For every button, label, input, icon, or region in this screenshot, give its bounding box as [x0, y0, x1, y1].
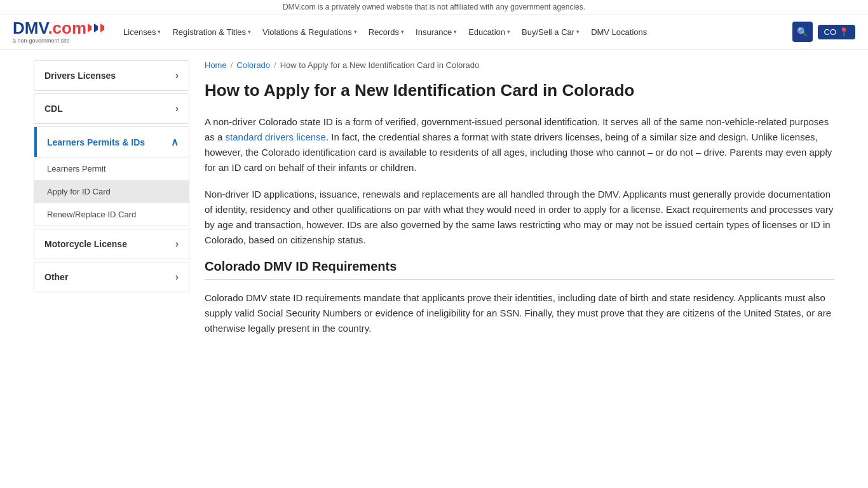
- nav-item-licenses[interactable]: Licenses ▾: [118, 24, 166, 41]
- article-title: How to Apply for a New Identification Ca…: [205, 80, 834, 102]
- chevron-down-icon: ▾: [401, 29, 404, 35]
- breadcrumb-separator: /: [231, 60, 233, 70]
- breadcrumb-colorado[interactable]: Colorado: [236, 60, 270, 70]
- article-paragraph-1: A non-driver Colorado state ID is a form…: [205, 114, 834, 175]
- chevron-right-icon: ›: [175, 271, 179, 283]
- sidebar-section-cdl: CDL ›: [34, 93, 189, 124]
- sidebar-section-label-drivers-licenses: Drivers Licenses: [44, 71, 116, 81]
- logo-chevron-blue: [94, 24, 99, 32]
- chevron-down-icon: ▾: [454, 29, 457, 35]
- article-section-paragraph: Colorado DMV state ID requirements manda…: [205, 290, 834, 336]
- article: How to Apply for a New Identification Ca…: [205, 80, 834, 336]
- breadcrumb-home[interactable]: Home: [205, 60, 227, 70]
- site-header: DMV.com a non-government site Licenses ▾…: [0, 15, 868, 50]
- header-actions: 🔍 CO 📍: [792, 22, 856, 42]
- logo-subtitle: a non-government site: [13, 37, 70, 44]
- article-paragraph-2: Non-driver ID applications, issuance, re…: [205, 187, 834, 248]
- sidebar-section-header-learners[interactable]: Learners Permits & IDs ∧: [34, 127, 189, 157]
- sidebar-section-header-motorcycle[interactable]: Motorcycle License ›: [34, 229, 189, 259]
- breadcrumb: Home / Colorado / How to Apply for a New…: [205, 60, 834, 70]
- sidebar-section-label-other: Other: [44, 272, 68, 282]
- chevron-down-icon: ▾: [507, 29, 510, 35]
- article-section-heading: Colorado DMV ID Requirements: [205, 259, 834, 280]
- chevron-down-icon: ▾: [248, 29, 251, 35]
- sidebar-item-learners-permit[interactable]: Learners Permit: [34, 158, 189, 180]
- sidebar-section-label-motorcycle: Motorcycle License: [44, 239, 127, 249]
- location-pin-icon: 📍: [839, 27, 849, 37]
- top-bar-text: DMV.com is a privately owned website tha…: [283, 3, 585, 11]
- breadcrumb-separator: /: [274, 60, 276, 70]
- main-nav: Licenses ▾ Registration & Titles ▾ Viola…: [118, 24, 792, 41]
- logo-text: DMV.com: [13, 20, 86, 36]
- sidebar-item-renew-id-card[interactable]: Renew/Replace ID Card: [34, 203, 189, 226]
- chevron-down-icon: ▾: [576, 29, 580, 35]
- sidebar-section-label-learners: Learners Permits & IDs: [47, 137, 145, 147]
- nav-item-insurance[interactable]: Insurance ▾: [410, 24, 462, 41]
- sidebar: Drivers Licenses › CDL › Learners Permit…: [34, 60, 189, 348]
- sidebar-section-header-other[interactable]: Other ›: [34, 262, 189, 292]
- sidebar-sub-items-learners: Learners Permit Apply for ID Card Renew/…: [34, 157, 189, 226]
- sidebar-section-learners: Learners Permits & IDs ∧ Learners Permit…: [34, 126, 189, 226]
- nav-item-registration[interactable]: Registration & Titles ▾: [167, 24, 256, 41]
- breadcrumb-current: How to Apply for a New Identification Ca…: [280, 60, 480, 70]
- sidebar-section-other: Other ›: [34, 262, 189, 292]
- search-icon: 🔍: [797, 27, 808, 37]
- nav-item-buysell[interactable]: Buy/Sell a Car ▾: [517, 24, 585, 41]
- article-body: A non-driver Colorado state ID is a form…: [205, 114, 834, 336]
- sidebar-section-drivers-licenses: Drivers Licenses ›: [34, 60, 189, 91]
- chevron-right-icon: ›: [175, 238, 179, 250]
- logo-chevron-red2: [100, 24, 105, 32]
- sidebar-section-label-cdl: CDL: [44, 104, 63, 114]
- nav-item-education[interactable]: Education ▾: [463, 24, 515, 41]
- nav-item-violations[interactable]: Violations & Regulations ▾: [257, 24, 362, 41]
- nav-item-locations[interactable]: DMV Locations: [586, 24, 652, 41]
- state-label: CO: [824, 27, 837, 37]
- page-layout: Drivers Licenses › CDL › Learners Permit…: [21, 50, 847, 358]
- search-button[interactable]: 🔍: [792, 22, 813, 42]
- logo-chevron-red: [88, 24, 93, 32]
- sidebar-section-header-drivers-licenses[interactable]: Drivers Licenses ›: [34, 61, 189, 90]
- sidebar-section-motorcycle: Motorcycle License ›: [34, 229, 189, 259]
- chevron-up-icon: ∧: [171, 136, 179, 148]
- chevron-down-icon: ▾: [158, 29, 161, 35]
- chevron-down-icon: ▾: [354, 29, 357, 35]
- logo[interactable]: DMV.com a non-government site: [13, 20, 105, 44]
- main-content: Home / Colorado / How to Apply for a New…: [205, 60, 834, 348]
- sidebar-item-apply-id-card[interactable]: Apply for ID Card: [34, 180, 189, 203]
- top-bar: DMV.com is a privately owned website tha…: [0, 0, 868, 15]
- nav-item-records[interactable]: Records ▾: [363, 24, 409, 41]
- chevron-right-icon: ›: [175, 70, 179, 81]
- sidebar-section-header-cdl[interactable]: CDL ›: [34, 94, 189, 123]
- state-selector[interactable]: CO 📍: [818, 25, 856, 39]
- chevron-right-icon: ›: [175, 103, 179, 114]
- standard-license-link[interactable]: standard drivers license: [226, 132, 326, 142]
